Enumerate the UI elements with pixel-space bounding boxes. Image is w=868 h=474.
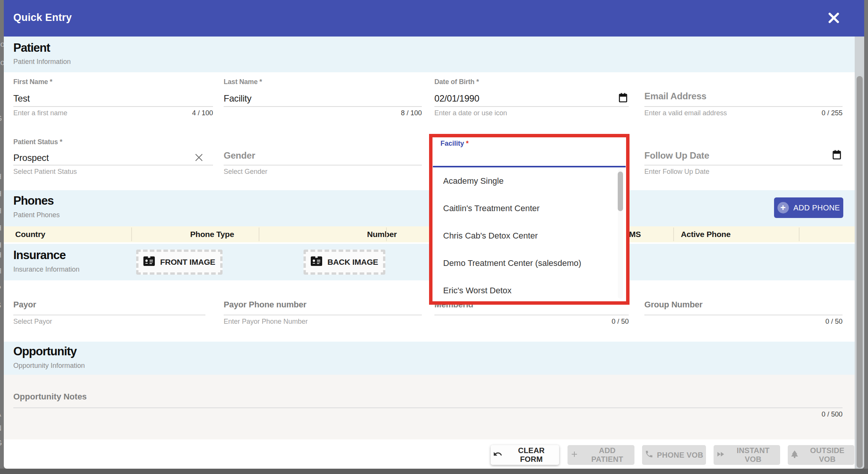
modal-scrollbar[interactable] bbox=[855, 37, 864, 469]
background-text-fragment: H bbox=[0, 189, 2, 198]
email-underline bbox=[644, 106, 843, 107]
add-patient-label: ADD PATIENT bbox=[582, 446, 632, 464]
background-text-fragment: G bbox=[0, 114, 2, 123]
dob-value: 02/01/1990 bbox=[434, 93, 479, 104]
instant-vob-button[interactable]: INSTANT VOB bbox=[714, 445, 780, 465]
plus-icon bbox=[570, 450, 579, 461]
tree-icon bbox=[790, 450, 799, 461]
outside-vob-label: OUTSIDE VOB bbox=[803, 446, 852, 464]
instant-vob-label: INSTANT VOB bbox=[728, 446, 778, 464]
payor-underline bbox=[13, 315, 205, 315]
first-name-underline bbox=[13, 106, 213, 107]
member-id-counter: 0 / 50 bbox=[612, 318, 629, 326]
first-name-value: Test bbox=[13, 93, 30, 104]
patient-status-helper: Select Patient Status bbox=[13, 168, 77, 176]
col-number: Number bbox=[367, 230, 397, 239]
patient-heading: Patient bbox=[13, 41, 50, 55]
dob-field[interactable]: Date of Birth * 02/01/1990 Enter a date … bbox=[434, 78, 629, 118]
clear-form-button[interactable]: CLEAR FORM bbox=[491, 445, 559, 465]
group-number-field[interactable]: Group Number 0 / 50 bbox=[644, 300, 843, 326]
last-name-value: Facility bbox=[224, 93, 251, 104]
first-name-helper: Enter a first name bbox=[13, 109, 67, 117]
background-text-fragment: H bbox=[0, 266, 2, 275]
first-name-label: First Name * bbox=[13, 78, 52, 86]
insurance-heading: Insurance bbox=[13, 248, 65, 262]
clear-form-label: CLEAR FORM bbox=[506, 446, 557, 464]
undo-icon bbox=[493, 449, 502, 461]
fast-forward-icon bbox=[716, 450, 725, 461]
phones-subheading: Patient Phones bbox=[13, 211, 60, 219]
phone-vob-button[interactable]: PHONE VOB bbox=[642, 445, 706, 465]
payor-helper: Select Payor bbox=[13, 318, 52, 326]
add-phone-button[interactable]: + ADD PHONE bbox=[774, 197, 843, 218]
background-text-fragment: A bbox=[0, 409, 1, 418]
opportunity-section-band: Opportunity Opportunity Information bbox=[4, 342, 864, 375]
col-country: Country bbox=[15, 230, 45, 239]
background-text-fragment: H bbox=[0, 223, 2, 232]
follow-up-underline bbox=[644, 165, 843, 165]
close-button[interactable] bbox=[825, 10, 842, 27]
facility-option[interactable]: Caitlin's Treatment Center bbox=[432, 195, 626, 222]
opportunity-notes-field[interactable]: Opportunity Notes 0 / 500 bbox=[4, 375, 864, 439]
last-name-label: Last Name * bbox=[224, 78, 262, 86]
last-name-counter: 8 / 100 bbox=[401, 109, 422, 117]
phone-vob-label: PHONE VOB bbox=[657, 451, 703, 460]
patient-status-label: Patient Status * bbox=[13, 138, 62, 146]
group-number-label: Group Number bbox=[644, 300, 703, 310]
payor-phone-field[interactable]: Payor Phone number Enter Payor Phone Num… bbox=[224, 300, 422, 326]
first-name-field[interactable]: First Name * Test Enter a first name 4 /… bbox=[13, 78, 213, 118]
facility-option[interactable]: Chris Cab's Detox Center bbox=[432, 222, 626, 250]
group-number-underline bbox=[644, 315, 843, 315]
payor-field[interactable]: Payor Select Payor bbox=[13, 300, 205, 326]
facility-option[interactable]: Eric's Worst Detox bbox=[432, 277, 626, 301]
background-text-fragment: H bbox=[0, 172, 2, 181]
back-image-button[interactable]: BACK IMAGE bbox=[304, 250, 385, 275]
facility-options-list: Academy Single Caitlin's Treatment Cente… bbox=[432, 167, 626, 301]
patient-section-band: Patient Patient Information bbox=[4, 37, 864, 72]
background-text-fragment: H bbox=[0, 240, 2, 250]
col-phone-type: Phone Type bbox=[190, 230, 234, 239]
required-asterisk: * bbox=[466, 140, 469, 147]
background-text-fragment: S bbox=[0, 301, 1, 310]
follow-up-date-field[interactable]: Follow Up Date Enter Follow Up Date bbox=[644, 138, 843, 178]
follow-up-helper: Enter Follow Up Date bbox=[644, 168, 709, 176]
dropdown-scrollbar-thumb[interactable] bbox=[618, 172, 623, 211]
payor-phone-label: Payor Phone number bbox=[224, 300, 307, 310]
patient-status-field[interactable]: Patient Status * Prospect Select Patient… bbox=[13, 138, 213, 178]
patient-status-value: Prospect bbox=[13, 153, 49, 163]
outside-vob-button[interactable]: OUTSIDE VOB bbox=[788, 445, 854, 465]
background-text-fragment: N bbox=[0, 423, 2, 433]
add-patient-button[interactable]: ADD PATIENT bbox=[568, 445, 634, 465]
member-id-underline bbox=[434, 315, 629, 315]
id-card-icon bbox=[143, 256, 155, 268]
email-helper: Enter a valid email address bbox=[644, 109, 727, 117]
background-text-fragment: H bbox=[0, 250, 2, 259]
gender-field[interactable]: Gender Select Gender bbox=[224, 138, 422, 178]
patient-status-clear-icon[interactable] bbox=[193, 152, 205, 165]
opportunity-heading: Opportunity bbox=[13, 345, 76, 358]
background-text-fragment: H bbox=[0, 206, 2, 215]
background-text-fragment: G bbox=[0, 438, 2, 447]
payor-phone-underline bbox=[224, 315, 422, 315]
facility-option[interactable]: Academy Single bbox=[432, 167, 626, 195]
background-text-fragment: P bbox=[0, 284, 1, 293]
follow-up-calendar-icon[interactable] bbox=[832, 150, 842, 162]
facility-option[interactable]: Demo Treatment Center (salesdemo) bbox=[432, 250, 626, 277]
insurance-subheading: Insurance Information bbox=[13, 266, 79, 274]
opportunity-notes-counter: 0 / 500 bbox=[822, 410, 843, 418]
payor-phone-helper: Enter Payor Phone Number bbox=[224, 318, 308, 326]
plus-circle-icon: + bbox=[777, 202, 789, 213]
overlay-bottom bbox=[0, 469, 868, 474]
gender-underline bbox=[224, 165, 422, 165]
dob-calendar-icon[interactable] bbox=[618, 92, 628, 105]
gender-label: Gender bbox=[224, 150, 255, 161]
facility-dropdown annotation-highlight[interactable]: Facility * Academy Single Caitlin's Trea… bbox=[429, 134, 630, 305]
email-field[interactable]: Email Address Enter a valid email addres… bbox=[644, 78, 843, 118]
patient-subheading: Patient Information bbox=[13, 58, 71, 66]
phones-heading: Phones bbox=[13, 194, 54, 208]
quick-entry-modal: Quick Entry Patient Patient Information … bbox=[4, 0, 864, 469]
front-image-button[interactable]: FRONT IMAGE bbox=[136, 250, 223, 275]
modal-header: Quick Entry bbox=[4, 0, 864, 37]
modal-scrollbar-thumb[interactable] bbox=[857, 76, 863, 468]
last-name-field[interactable]: Last Name * Facility 8 / 100 bbox=[224, 78, 422, 118]
